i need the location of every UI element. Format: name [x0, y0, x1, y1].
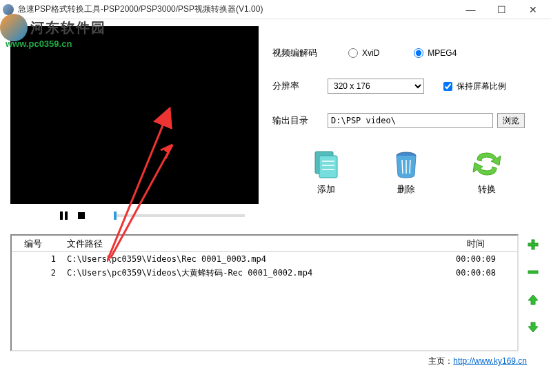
output-path-input[interactable]: [328, 113, 493, 128]
codec-label: 视频编解码: [272, 47, 328, 59]
radio-mpeg4-input[interactable]: [414, 48, 423, 58]
resolution-label: 分辨率: [272, 80, 328, 92]
list-add-button[interactable]: [525, 237, 541, 252]
svg-rect-11: [528, 271, 538, 274]
list-down-button[interactable]: [525, 320, 541, 335]
codec-radio-xvid[interactable]: XviD: [348, 48, 379, 58]
slider-thumb[interactable]: [114, 212, 117, 220]
browse-button[interactable]: 浏览: [497, 113, 525, 128]
header-time: 时间: [434, 238, 517, 250]
minimize-button[interactable]: —: [455, 0, 486, 19]
pause-button[interactable]: [59, 211, 68, 220]
list-row[interactable]: 1 C:\Users\pc0359\Videos\Rec 0001_0003.m…: [12, 252, 517, 266]
titlebar: 急速PSP格式转换工具-PSP2000/PSP3000/PSP视频转换器(V1.…: [0, 0, 551, 19]
keep-ratio-input[interactable]: [443, 82, 452, 91]
list-remove-button[interactable]: [525, 265, 541, 280]
convert-button[interactable]: 转换: [470, 147, 503, 196]
output-label: 输出目录: [272, 114, 328, 127]
header-path: 文件路径: [67, 238, 434, 250]
file-list[interactable]: 编号 文件路径 时间 1 C:\Users\pc0359\Videos\Rec …: [10, 234, 519, 351]
codec-radio-mpeg4[interactable]: MPEG4: [414, 48, 457, 58]
video-preview[interactable]: [10, 26, 259, 204]
list-row[interactable]: 2 C:\Users\pc0359\Videos\大黄蜂转码-Rec 0001_…: [12, 266, 517, 280]
add-icon: [310, 147, 343, 180]
arrow-down-icon: [527, 321, 539, 333]
app-icon: [3, 4, 14, 15]
window-title: 急速PSP格式转换工具-PSP2000/PSP3000/PSP视频转换器(V1.…: [18, 3, 455, 15]
stop-icon: [78, 212, 85, 219]
header-num: 编号: [12, 238, 67, 250]
close-button[interactable]: ✕: [517, 0, 548, 19]
homepage-link[interactable]: http://www.ky169.cn: [453, 356, 527, 366]
progress-slider[interactable]: [114, 214, 245, 217]
delete-button[interactable]: 删除: [390, 147, 423, 196]
plus-icon: [527, 238, 539, 251]
footer: 主页：http://www.ky169.cn: [10, 351, 541, 371]
delete-icon: [390, 147, 423, 180]
arrow-up-icon: [527, 293, 539, 306]
stop-button[interactable]: [77, 211, 86, 220]
convert-icon: [470, 147, 503, 180]
minus-icon: [527, 266, 539, 278]
svg-rect-1: [319, 156, 337, 178]
add-button[interactable]: 添加: [310, 147, 343, 196]
svg-line-6: [402, 160, 403, 174]
list-up-button[interactable]: [525, 292, 541, 307]
maximize-button[interactable]: ☐: [486, 0, 517, 19]
svg-rect-10: [528, 243, 538, 246]
keep-ratio-checkbox[interactable]: 保持屏幕比例: [443, 81, 506, 92]
list-header: 编号 文件路径 时间: [12, 236, 517, 252]
resolution-select[interactable]: 320 x 176: [328, 79, 424, 94]
radio-xvid-input[interactable]: [348, 48, 358, 58]
pause-icon: [60, 212, 68, 220]
svg-line-8: [410, 160, 410, 174]
